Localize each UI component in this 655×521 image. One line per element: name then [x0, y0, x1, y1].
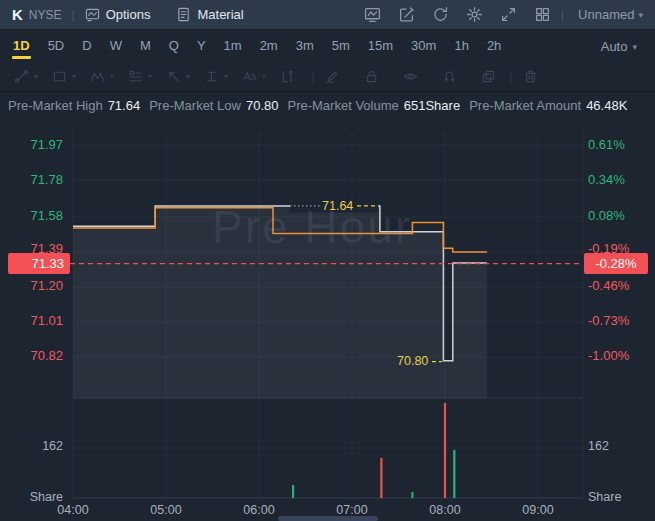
percent-axis-label: 0.34% [588, 172, 625, 187]
divider: | [561, 8, 564, 22]
rectangle-icon-group[interactable]: ▾ [52, 69, 76, 84]
arrow-icon-group[interactable]: ▾ [166, 69, 190, 84]
timeframe-2h[interactable]: 2h [478, 31, 510, 62]
auto-interval-dropdown[interactable]: Auto ▾ [601, 39, 637, 54]
brush-icon[interactable] [325, 69, 340, 84]
time-axis-label: 08:00 [421, 503, 469, 517]
current-change-badge: -0.28% [584, 253, 648, 274]
timeframe-5D[interactable]: 5D [39, 31, 74, 62]
time-axis-label: 05:00 [142, 503, 190, 517]
trendline-icon-group[interactable]: ▾ [14, 69, 38, 84]
zigzag-icon-group[interactable]: ▾ [90, 69, 114, 84]
stat-value: 46.48K [586, 98, 627, 113]
chevron-down-icon: ▾ [148, 72, 152, 81]
time-axis-label: 09:00 [514, 503, 562, 517]
timeframe-M[interactable]: M [131, 31, 160, 62]
eye-icon[interactable] [403, 69, 418, 84]
horizontal-scrollbar-thumb[interactable] [278, 516, 378, 521]
chart-monitor-icon[interactable] [364, 6, 381, 23]
time-axis-label: 07:00 [328, 503, 376, 517]
chevron-down-icon: ▾ [262, 72, 266, 81]
timeframe-5m[interactable]: 5m [323, 31, 359, 62]
measure-icon [280, 69, 295, 84]
percent-axis-label: -1.00% [588, 348, 629, 363]
chart-area[interactable]: 71.6470.80 [0, 118, 655, 521]
stat-value: 71.64 [108, 98, 141, 113]
timeframe-1D[interactable]: 1D [4, 31, 39, 62]
price-label-icon-group[interactable]: ▾ [204, 69, 228, 84]
timeframe-Y[interactable]: Y [188, 31, 215, 62]
clone-icon[interactable] [481, 69, 496, 84]
lock-icon[interactable] [364, 69, 379, 84]
settings-gear-icon[interactable] [466, 6, 483, 23]
timeframe-W[interactable]: W [101, 31, 131, 62]
percent-axis-label: -0.73% [588, 313, 629, 328]
magnet-icon[interactable] [442, 69, 457, 84]
chevron-down-icon: ▾ [186, 72, 190, 81]
timeframe-D[interactable]: D [73, 31, 100, 62]
measure-icon-group[interactable] [280, 69, 295, 84]
stat-label: Pre-Market Amount [469, 98, 581, 113]
time-axis-label: 06:00 [235, 503, 283, 517]
workspace-dropdown[interactable]: Unnamed ▾ [578, 7, 643, 22]
fullscreen-icon[interactable] [500, 6, 517, 23]
drawing-toolbar: ▾▾▾▾▾▾Aa▾|| [0, 62, 655, 92]
timeframe-2m[interactable]: 2m [251, 31, 287, 62]
volume-unit-right: Share [588, 490, 621, 504]
chevron-down-icon: ▾ [638, 10, 643, 20]
trash-icon[interactable] [523, 69, 538, 84]
svg-text:Aa: Aa [244, 71, 257, 82]
price-axis-label: 71.20 [0, 278, 63, 293]
nav-options[interactable]: Options [85, 7, 151, 22]
chart-canvas[interactable]: 71.6470.80 [0, 118, 655, 521]
divider: | [72, 8, 75, 22]
options-chart-icon [85, 7, 100, 22]
nav-label: Material [197, 7, 243, 22]
current-price-badge: 71.33 [8, 253, 70, 274]
timeframe-Q[interactable]: Q [160, 31, 188, 62]
timeframe-bar: 1D5DDWMQY1m2m3m5m15m30m1h2h Auto ▾ [0, 31, 655, 62]
price-axis-label: 70.82 [0, 348, 63, 363]
chevron-down-icon: ▾ [632, 42, 637, 52]
nav-material[interactable]: Material [176, 7, 243, 22]
chevron-down-icon: ▾ [110, 72, 114, 81]
timeframe-1h[interactable]: 1h [445, 31, 477, 62]
refresh-icon[interactable] [432, 6, 449, 23]
symbol-ticker: K [12, 6, 23, 23]
fibonacci-icon-group[interactable]: ▾ [128, 69, 152, 84]
percent-axis-label: 0.08% [588, 208, 625, 223]
trading-chart-window: K NYSE | OptionsMaterial | Unnamed ▾ 1D5… [0, 0, 655, 521]
percent-axis-label: -0.46% [588, 278, 629, 293]
timeframe-15m[interactable]: 15m [359, 31, 402, 62]
layout-grid-icon[interactable] [534, 6, 551, 23]
low-marker-label: 70.80 [397, 354, 428, 368]
auto-label: Auto [601, 39, 628, 54]
text-icon-group[interactable]: Aa▾ [242, 69, 266, 84]
stat-value: 70.80 [246, 98, 279, 113]
timeframe-1m[interactable]: 1m [215, 31, 251, 62]
percent-axis-label: 0.61% [588, 137, 625, 152]
stat-label: Pre-Market Low [149, 98, 241, 113]
price-axis-label: 71.01 [0, 313, 63, 328]
price-label-icon [204, 69, 219, 84]
price-area-fill [73, 206, 487, 398]
price-axis-label: 71.78 [0, 172, 63, 187]
high-marker-label: 71.64 [322, 199, 353, 213]
stat-label: Pre-Market High [8, 98, 103, 113]
volume-bar [453, 450, 455, 498]
document-icon [176, 7, 191, 22]
timeframe-3m[interactable]: 3m [287, 31, 323, 62]
trendline-icon [14, 69, 29, 84]
timeframe-30m[interactable]: 30m [402, 31, 445, 62]
divider: | [311, 69, 314, 84]
volume-bar [444, 403, 446, 498]
edit-icon[interactable] [398, 6, 415, 23]
chevron-down-icon: ▾ [224, 72, 228, 81]
volume-bar [292, 485, 294, 498]
top-bar: K NYSE | OptionsMaterial | Unnamed ▾ [0, 0, 655, 30]
stat-value: 651Share [404, 98, 460, 113]
volume-bar [411, 492, 413, 498]
price-axis-label: 71.58 [0, 208, 63, 223]
chevron-down-icon: ▾ [34, 72, 38, 81]
time-axis-label: 04:00 [49, 503, 97, 517]
